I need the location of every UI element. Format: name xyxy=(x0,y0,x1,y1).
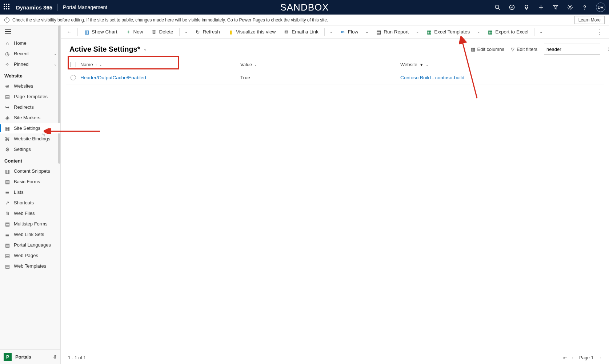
refresh-icon: ↻ xyxy=(195,29,201,35)
page-first-button[interactable]: ⇤ xyxy=(563,355,567,360)
filter-icon[interactable] xyxy=(552,4,559,11)
sidebar-item-recent[interactable]: ◷Recent⌄ xyxy=(0,48,60,59)
sidebar-item-websites[interactable]: ⊕Websites xyxy=(0,81,60,91)
sidebar-item-portal-languages[interactable]: ▤Portal Languages xyxy=(0,240,60,250)
plus-icon[interactable] xyxy=(538,4,544,11)
column-header-value[interactable]: Value⌄ xyxy=(240,62,400,67)
table-row[interactable]: Header/OutputCache/Enabled True Contoso … xyxy=(66,71,604,84)
sidebar-item-label: Shortcuts xyxy=(14,200,34,205)
sidebar-item-home[interactable]: ⌂Home xyxy=(0,38,60,48)
sidebar-item-lists[interactable]: ≣Lists xyxy=(0,187,60,197)
more-commands-button[interactable]: ⋮ xyxy=(594,28,605,36)
view-title[interactable]: Active Site Settings* xyxy=(69,45,140,53)
delete-button[interactable]: 🗑Delete xyxy=(149,28,176,36)
sidebar-item-label: Page Templates xyxy=(14,94,48,99)
new-button[interactable]: ＋New xyxy=(123,28,145,36)
search-icon[interactable] xyxy=(494,4,501,11)
btn-label: Edit filters xyxy=(517,47,537,52)
search-box[interactable]: ✕ xyxy=(544,44,600,55)
sidebar-item-web-templates[interactable]: ▤Web Templates xyxy=(0,261,60,271)
svg-line-1 xyxy=(498,8,500,10)
sidebar-item-label: Websites xyxy=(14,83,33,89)
chevron-down-icon[interactable]: ⌄ xyxy=(426,63,429,67)
lightbulb-icon[interactable] xyxy=(523,4,530,11)
email-link-button[interactable]: ✉Email a Link xyxy=(281,28,321,36)
visualize-button[interactable]: ▮Visualize this view xyxy=(226,28,278,36)
cmd-label: Export to Excel xyxy=(495,29,528,35)
row-name-link[interactable]: Header/OutputCache/Enabled xyxy=(80,75,146,80)
task-icon[interactable] xyxy=(509,4,515,11)
sidebar-item-web-link-sets[interactable]: ≣Web Link Sets xyxy=(0,229,60,240)
flow-chevron[interactable]: ⌄ xyxy=(364,30,370,34)
show-chart-button[interactable]: ▥Show Chart xyxy=(81,28,120,36)
page-next-button[interactable]: → xyxy=(597,355,602,360)
sidebar-item-basic-forms[interactable]: ▤Basic Forms xyxy=(0,176,60,187)
refresh-button[interactable]: ↻Refresh xyxy=(193,28,222,36)
sidebar-item-label: Pinned xyxy=(14,61,28,67)
help-icon[interactable] xyxy=(581,4,588,11)
sidebar-item-content-snippets[interactable]: ▥Content Snippets xyxy=(0,166,60,176)
gear-icon[interactable] xyxy=(567,4,573,11)
sidebar-item-page-templates[interactable]: ▤Page Templates xyxy=(0,91,60,102)
chevron-updown-icon[interactable]: ⇵ xyxy=(53,355,57,360)
sidebar-item-label: Content Snippets xyxy=(14,168,50,174)
clear-search-button[interactable]: ✕ xyxy=(608,46,609,52)
settings-list-icon: ▦ xyxy=(4,125,10,131)
user-avatar[interactable]: DR xyxy=(596,3,605,12)
chevron-down-icon[interactable]: ⌄ xyxy=(254,63,257,67)
sidebar-item-multistep-forms[interactable]: ▤Multistep Forms xyxy=(0,219,60,229)
sidebar-item-label: Website Bindings xyxy=(14,136,50,141)
sidebar-item-site-settings[interactable]: ▦Site Settings xyxy=(0,123,60,133)
sidebar-collapse-button[interactable] xyxy=(0,25,60,38)
steps-icon: ▤ xyxy=(4,221,10,227)
app-name[interactable]: Portal Management xyxy=(63,4,107,10)
col-label: Name xyxy=(80,62,93,67)
sidebar-item-label: Redirects xyxy=(14,104,34,110)
table-header: Name↑⌄ Value⌄ Website▼⌄ xyxy=(66,58,604,71)
sidebar-item-redirects[interactable]: ↪Redirects xyxy=(0,102,60,112)
data-grid: Name↑⌄ Value⌄ Website▼⌄ Header/OutputCac… xyxy=(61,58,609,84)
svg-point-6 xyxy=(569,7,571,8)
sidebar-item-site-markers[interactable]: ◈Site Markers xyxy=(0,112,60,123)
sidebar-section-content: Content xyxy=(0,155,60,166)
column-header-website[interactable]: Website▼⌄ xyxy=(400,62,604,67)
learn-more-button[interactable]: Learn More xyxy=(574,16,605,24)
chart-icon: ▥ xyxy=(84,29,89,35)
excel-templates-chevron[interactable]: ⌄ xyxy=(476,30,481,34)
edit-filters-button[interactable]: ▽Edit filters xyxy=(511,47,537,52)
home-icon: ⌂ xyxy=(4,40,10,46)
sidebar-item-pinned[interactable]: ✧Pinned⌄ xyxy=(0,59,60,69)
status-bar: 1 - 1 of 1 ⇤ ← Page 1 → xyxy=(61,351,609,364)
back-button[interactable]: ← xyxy=(64,27,74,37)
sidebar-item-web-files[interactable]: 🗎Web Files xyxy=(0,208,60,219)
app-launcher-icon[interactable] xyxy=(4,4,11,11)
column-header-name[interactable]: Name↑⌄ xyxy=(80,62,240,67)
email-chevron[interactable]: ⌄ xyxy=(328,30,334,34)
row-select[interactable] xyxy=(71,75,76,80)
sidebar-item-settings[interactable]: ⚙Settings xyxy=(0,144,60,155)
globe-icon: ⊕ xyxy=(4,83,10,89)
flow-button[interactable]: ∞Flow xyxy=(338,28,361,36)
export-excel-button[interactable]: ▦Export to Excel xyxy=(485,28,530,36)
export-chevron[interactable]: ⌄ xyxy=(538,30,544,34)
delete-chevron[interactable]: ⌄ xyxy=(183,30,189,34)
sidebar-item-label: Web Pages xyxy=(14,253,38,258)
row-website-link[interactable]: Contoso Build - contoso-build xyxy=(400,75,464,80)
sidebar-item-web-pages[interactable]: ▤Web Pages xyxy=(0,250,60,261)
report-chevron[interactable]: ⌄ xyxy=(414,30,420,34)
chevron-down-icon[interactable]: ⌄ xyxy=(99,63,102,67)
edit-columns-button[interactable]: ▦Edit columns xyxy=(471,47,504,52)
run-report-button[interactable]: ▤Run Report xyxy=(373,28,411,36)
brand-label[interactable]: Dynamics 365 xyxy=(16,4,52,11)
select-all-checkbox[interactable] xyxy=(71,62,76,67)
excel-templates-button[interactable]: ▦Excel Templates xyxy=(424,28,472,36)
page-prev-button[interactable]: ← xyxy=(571,355,576,360)
sidebar-footer[interactable]: P Portals ⇵ xyxy=(0,349,60,364)
view-selector-chevron[interactable]: ⌄ xyxy=(143,47,147,52)
marker-icon: ◈ xyxy=(4,115,10,121)
sidebar-item-website-bindings[interactable]: ⌘Website Bindings xyxy=(0,133,60,144)
chevron-down-icon[interactable]: ⌄ xyxy=(54,52,57,56)
chevron-down-icon[interactable]: ⌄ xyxy=(54,62,57,66)
search-input[interactable] xyxy=(546,47,608,52)
sidebar-item-shortcuts[interactable]: ↗Shortcuts xyxy=(0,197,60,208)
